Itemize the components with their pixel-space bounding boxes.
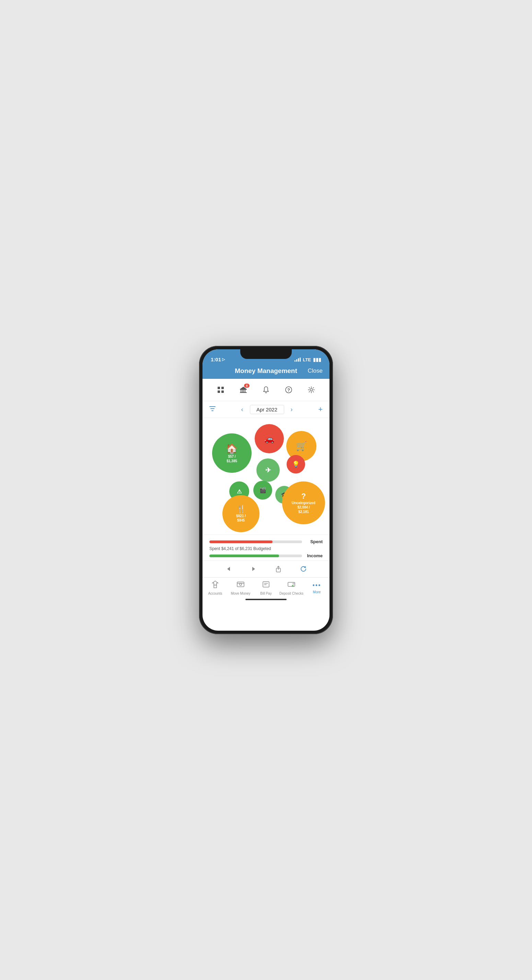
prev-button[interactable] <box>222 563 235 575</box>
svg-point-13 <box>310 389 313 391</box>
time-display: 1:01 <box>211 356 221 362</box>
svg-rect-6 <box>242 390 243 392</box>
svg-marker-17 <box>212 581 218 585</box>
refresh-button[interactable] <box>297 563 310 575</box>
close-button[interactable]: Close <box>308 368 323 374</box>
more-label: More <box>313 590 321 594</box>
home-bar <box>245 599 287 600</box>
spent-label: Spent <box>306 539 323 544</box>
bill-pay-label: Bill Pay <box>260 592 271 595</box>
svg-rect-19 <box>237 582 244 587</box>
tab-bill-pay[interactable]: Bill Pay <box>253 580 279 595</box>
income-bar-container <box>209 555 302 557</box>
spent-bar-fill <box>209 541 272 543</box>
move-money-icon <box>236 580 245 590</box>
more-icon: ••• <box>313 582 321 589</box>
gear-icon[interactable] <box>304 383 318 397</box>
move-money-label: Move Money <box>231 592 250 595</box>
status-indicators: LTE ▮▮▮ <box>295 357 321 362</box>
dining-label: $821 /$845 <box>236 514 246 523</box>
svg-rect-21 <box>263 582 269 587</box>
accounts-icon <box>211 580 219 590</box>
tab-accounts[interactable]: Accounts <box>202 580 228 595</box>
header-title: Money Management <box>235 367 297 375</box>
navigation-controls <box>202 560 330 577</box>
utilities-icon: 💡 <box>292 460 299 468</box>
date-next-button[interactable]: › <box>287 404 296 414</box>
spent-bar-container <box>209 541 302 543</box>
date-prev-button[interactable]: ‹ <box>237 404 247 414</box>
home-indicator <box>202 597 330 602</box>
housing-label: $57 /$1,385 <box>226 454 237 463</box>
svg-rect-5 <box>241 390 241 392</box>
dining-icon: 🍴 <box>236 505 246 514</box>
tab-deposit-checks[interactable]: Deposit Checks <box>279 580 304 595</box>
help-icon[interactable]: ? <box>282 383 296 397</box>
date-navigation: ‹ Apr 2022 › + <box>202 401 330 418</box>
battery-icon: ▮▮▮ <box>313 357 321 362</box>
entertainment-icon: 🎬 <box>260 487 266 493</box>
location-icon: ▷ <box>222 357 225 362</box>
utilities-bubble[interactable]: 💡 <box>287 455 305 474</box>
signal-icon <box>295 358 301 362</box>
spent-row: Spent <box>209 539 323 544</box>
tab-more[interactable]: ••• More <box>304 582 330 594</box>
travel-bubble[interactable]: ✈ <box>256 458 280 482</box>
bell-icon[interactable] <box>259 383 273 397</box>
network-label: LTE <box>303 357 311 362</box>
auto-icon: 🚗 <box>264 434 275 444</box>
date-label[interactable]: Apr 2022 <box>250 405 284 414</box>
svg-marker-14 <box>227 567 230 571</box>
svg-rect-3 <box>221 390 224 393</box>
housing-icon: 🏠 <box>226 443 238 454</box>
status-time: 1:01 ▷ <box>211 356 225 362</box>
auto-bubble[interactable]: 🚗 <box>255 424 284 453</box>
bank-icon[interactable]: 8 <box>236 383 250 397</box>
tab-move-money[interactable]: Move Money <box>228 580 253 595</box>
shopping-icon: 🛒 <box>296 441 307 452</box>
uncategorized-icon: ? <box>301 492 306 501</box>
next-button[interactable] <box>247 563 260 575</box>
phone-frame: 1:01 ▷ LTE ▮▮▮ Money Management Close <box>199 346 333 634</box>
deposit-checks-icon <box>287 580 296 590</box>
bank-badge: 8 <box>244 383 250 388</box>
notch <box>240 349 292 359</box>
income-label: Income <box>306 553 323 558</box>
budget-summary: Spent Spent $4,241 of $6,231 Budgeted In… <box>202 535 330 560</box>
svg-marker-15 <box>252 567 255 571</box>
income-row: Income <box>209 553 323 558</box>
svg-rect-4 <box>240 389 247 390</box>
app-header: Money Management Close <box>202 364 330 379</box>
svg-rect-7 <box>243 390 244 392</box>
deposit-checks-label: Deposit Checks <box>279 592 303 595</box>
uncategorized-label: Uncategorized$2,084 /$2,181 <box>292 501 315 514</box>
share-button[interactable] <box>272 563 285 575</box>
svg-rect-18 <box>214 585 217 588</box>
svg-rect-2 <box>218 390 220 393</box>
svg-text:?: ? <box>287 387 290 393</box>
svg-rect-9 <box>240 392 247 393</box>
bill-pay-icon <box>262 580 270 590</box>
uncategorized-bubble[interactable]: ? Uncategorized$2,084 /$2,181 <box>282 481 325 524</box>
filter-icon[interactable] <box>209 406 215 413</box>
income-bar-fill <box>209 555 279 557</box>
entertainment-bubble[interactable]: 🎬 <box>253 481 272 500</box>
dining-bubble[interactable]: 🍴 $821 /$845 <box>222 495 260 532</box>
grid-icon[interactable] <box>214 383 228 397</box>
svg-rect-8 <box>245 390 245 392</box>
tab-bar: Accounts Move Money <box>202 577 330 597</box>
svg-rect-0 <box>218 387 220 389</box>
accounts-label: Accounts <box>208 592 222 595</box>
spent-detail: Spent $4,241 of $6,231 Budgeted <box>209 546 323 551</box>
phone-screen: 1:01 ▷ LTE ▮▮▮ Money Management Close <box>202 349 330 631</box>
housing-bubble[interactable]: 🏠 $57 /$1,385 <box>212 433 252 473</box>
add-button[interactable]: + <box>318 405 323 414</box>
svg-point-20 <box>240 583 242 585</box>
alert-icon: ⚠ <box>237 488 242 495</box>
svg-rect-1 <box>221 387 224 389</box>
travel-icon: ✈ <box>265 466 271 474</box>
bubble-chart[interactable]: 🏠 $57 /$1,385 🚗 🛒 ✈ 💡 ⚠ <box>202 418 330 535</box>
toolbar: 8 ? <box>202 379 330 401</box>
svg-point-23 <box>293 583 294 584</box>
